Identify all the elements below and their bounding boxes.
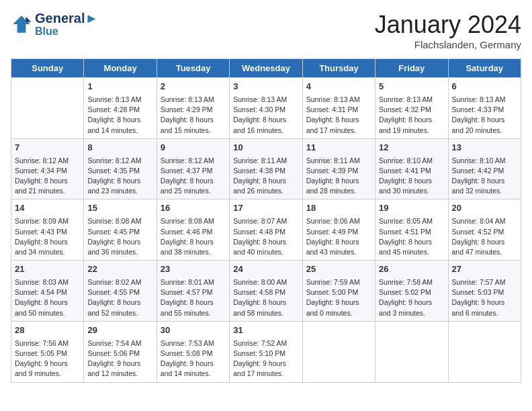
day-content: Sunrise: 7:57 AM Sunset: 5:03 PM Dayligh…: [452, 277, 517, 318]
calendar-cell: 9Sunrise: 8:12 AM Sunset: 4:37 PM Daylig…: [157, 138, 229, 199]
calendar-cell: 28Sunrise: 7:56 AM Sunset: 5:05 PM Dayli…: [11, 321, 84, 382]
day-content: Sunrise: 8:13 AM Sunset: 4:31 PM Dayligh…: [306, 95, 371, 136]
svg-marker-1: [26, 17, 31, 22]
calendar-cell: 26Sunrise: 7:58 AM Sunset: 5:02 PM Dayli…: [375, 261, 448, 322]
day-number: 30: [161, 324, 226, 337]
calendar-cell: 22Sunrise: 8:02 AM Sunset: 4:55 PM Dayli…: [84, 261, 157, 322]
location-subtitle: Flachslanden, Germany: [375, 39, 521, 50]
day-number: 31: [233, 324, 298, 337]
calendar-cell: 27Sunrise: 7:57 AM Sunset: 5:03 PM Dayli…: [448, 261, 521, 322]
logo-icon: [11, 13, 32, 35]
calendar-cell: [302, 321, 375, 382]
day-number: 20: [452, 202, 517, 215]
day-number: 3: [233, 81, 298, 93]
calendar-cell: [11, 78, 84, 139]
calendar-cell: 1Sunrise: 8:13 AM Sunset: 4:28 PM Daylig…: [84, 78, 157, 139]
day-number: 9: [161, 142, 226, 154]
calendar-cell: 20Sunrise: 8:04 AM Sunset: 4:52 PM Dayli…: [448, 199, 521, 261]
day-content: Sunrise: 8:13 AM Sunset: 4:32 PM Dayligh…: [379, 95, 444, 136]
day-content: Sunrise: 8:13 AM Sunset: 4:33 PM Dayligh…: [452, 95, 517, 136]
calendar-cell: 8Sunrise: 8:12 AM Sunset: 4:35 PM Daylig…: [84, 138, 157, 199]
calendar-cell: 16Sunrise: 8:08 AM Sunset: 4:46 PM Dayli…: [157, 199, 229, 261]
month-title: January 2024: [375, 11, 521, 39]
calendar-week-row: 21Sunrise: 8:03 AM Sunset: 4:54 PM Dayli…: [11, 261, 521, 322]
calendar-table: SundayMondayTuesdayWednesdayThursdayFrid…: [11, 58, 521, 383]
day-number: 25: [306, 263, 371, 276]
calendar-cell: 17Sunrise: 8:07 AM Sunset: 4:48 PM Dayli…: [230, 199, 302, 261]
day-number: 22: [87, 263, 152, 276]
day-content: Sunrise: 8:13 AM Sunset: 4:28 PM Dayligh…: [87, 95, 152, 136]
calendar-cell: 13Sunrise: 8:10 AM Sunset: 4:42 PM Dayli…: [448, 138, 521, 199]
day-number: 6: [452, 81, 517, 93]
weekday-header-row: SundayMondayTuesdayWednesdayThursdayFrid…: [11, 59, 521, 78]
day-number: 8: [87, 142, 152, 154]
day-content: Sunrise: 8:12 AM Sunset: 4:35 PM Dayligh…: [87, 156, 152, 197]
day-number: 13: [452, 142, 517, 154]
day-content: Sunrise: 8:01 AM Sunset: 4:57 PM Dayligh…: [161, 277, 226, 318]
day-number: 1: [87, 81, 152, 93]
day-content: Sunrise: 8:08 AM Sunset: 4:45 PM Dayligh…: [87, 216, 152, 257]
calendar-week-row: 28Sunrise: 7:56 AM Sunset: 5:05 PM Dayli…: [11, 321, 521, 382]
day-number: 5: [379, 81, 444, 93]
calendar-cell: 5Sunrise: 8:13 AM Sunset: 4:32 PM Daylig…: [375, 78, 448, 139]
day-content: Sunrise: 7:53 AM Sunset: 5:08 PM Dayligh…: [161, 338, 226, 379]
day-number: 10: [233, 142, 298, 154]
day-content: Sunrise: 8:11 AM Sunset: 4:38 PM Dayligh…: [233, 156, 298, 197]
day-content: Sunrise: 8:12 AM Sunset: 4:34 PM Dayligh…: [15, 156, 80, 197]
title-section: January 2024 Flachslanden, Germany: [375, 11, 521, 50]
day-number: 16: [161, 202, 226, 215]
calendar-week-row: 14Sunrise: 8:09 AM Sunset: 4:43 PM Dayli…: [11, 199, 521, 261]
calendar-cell: [448, 321, 521, 382]
day-content: Sunrise: 8:05 AM Sunset: 4:51 PM Dayligh…: [379, 216, 444, 257]
day-content: Sunrise: 8:03 AM Sunset: 4:54 PM Dayligh…: [15, 277, 80, 318]
calendar-cell: 30Sunrise: 7:53 AM Sunset: 5:08 PM Dayli…: [157, 321, 229, 382]
day-number: 28: [15, 324, 80, 337]
calendar-cell: 6Sunrise: 8:13 AM Sunset: 4:33 PM Daylig…: [448, 78, 521, 139]
day-number: 7: [15, 142, 80, 154]
calendar-cell: 18Sunrise: 8:06 AM Sunset: 4:49 PM Dayli…: [302, 199, 375, 261]
calendar-cell: 11Sunrise: 8:11 AM Sunset: 4:39 PM Dayli…: [302, 138, 375, 199]
day-content: Sunrise: 8:02 AM Sunset: 4:55 PM Dayligh…: [87, 277, 152, 318]
weekday-header: Wednesday: [230, 59, 302, 78]
weekday-header: Thursday: [302, 59, 375, 78]
day-content: Sunrise: 8:13 AM Sunset: 4:30 PM Dayligh…: [233, 95, 298, 136]
calendar-cell: 23Sunrise: 8:01 AM Sunset: 4:57 PM Dayli…: [157, 261, 229, 322]
calendar-cell: 12Sunrise: 8:10 AM Sunset: 4:41 PM Dayli…: [375, 138, 448, 199]
day-number: 18: [306, 202, 371, 215]
calendar-cell: 15Sunrise: 8:08 AM Sunset: 4:45 PM Dayli…: [84, 199, 157, 261]
day-number: 19: [379, 202, 444, 215]
day-number: 2: [161, 81, 226, 93]
day-content: Sunrise: 7:58 AM Sunset: 5:02 PM Dayligh…: [379, 277, 444, 318]
logo-text: General► Blue: [35, 11, 98, 38]
calendar-cell: [375, 321, 448, 382]
calendar-cell: 24Sunrise: 8:00 AM Sunset: 4:58 PM Dayli…: [230, 261, 302, 322]
day-content: Sunrise: 7:54 AM Sunset: 5:06 PM Dayligh…: [87, 338, 152, 379]
day-number: 12: [379, 142, 444, 154]
calendar-cell: 29Sunrise: 7:54 AM Sunset: 5:06 PM Dayli…: [84, 321, 157, 382]
logo: General► Blue: [11, 11, 98, 38]
calendar-cell: 19Sunrise: 8:05 AM Sunset: 4:51 PM Dayli…: [375, 199, 448, 261]
calendar-cell: 31Sunrise: 7:52 AM Sunset: 5:10 PM Dayli…: [230, 321, 302, 382]
day-number: 21: [15, 263, 80, 276]
day-number: 14: [15, 202, 80, 215]
day-number: 11: [306, 142, 371, 154]
calendar-cell: 10Sunrise: 8:11 AM Sunset: 4:38 PM Dayli…: [230, 138, 302, 199]
day-number: 24: [233, 263, 298, 276]
day-number: 23: [161, 263, 226, 276]
calendar-cell: 2Sunrise: 8:13 AM Sunset: 4:29 PM Daylig…: [157, 78, 229, 139]
weekday-header: Sunday: [11, 59, 84, 78]
svg-marker-0: [13, 15, 30, 33]
calendar-cell: 7Sunrise: 8:12 AM Sunset: 4:34 PM Daylig…: [11, 138, 84, 199]
day-content: Sunrise: 8:10 AM Sunset: 4:41 PM Dayligh…: [379, 156, 444, 197]
day-content: Sunrise: 8:00 AM Sunset: 4:58 PM Dayligh…: [233, 277, 298, 318]
day-content: Sunrise: 8:10 AM Sunset: 4:42 PM Dayligh…: [452, 156, 517, 197]
weekday-header: Friday: [375, 59, 448, 78]
weekday-header: Tuesday: [157, 59, 229, 78]
day-content: Sunrise: 8:11 AM Sunset: 4:39 PM Dayligh…: [306, 156, 371, 197]
calendar-week-row: 1Sunrise: 8:13 AM Sunset: 4:28 PM Daylig…: [11, 78, 521, 139]
page-header: General► Blue January 2024 Flachslanden,…: [11, 11, 521, 50]
calendar-cell: 4Sunrise: 8:13 AM Sunset: 4:31 PM Daylig…: [302, 78, 375, 139]
day-content: Sunrise: 8:09 AM Sunset: 4:43 PM Dayligh…: [15, 216, 80, 257]
day-content: Sunrise: 8:08 AM Sunset: 4:46 PM Dayligh…: [161, 216, 226, 257]
day-number: 26: [379, 263, 444, 276]
